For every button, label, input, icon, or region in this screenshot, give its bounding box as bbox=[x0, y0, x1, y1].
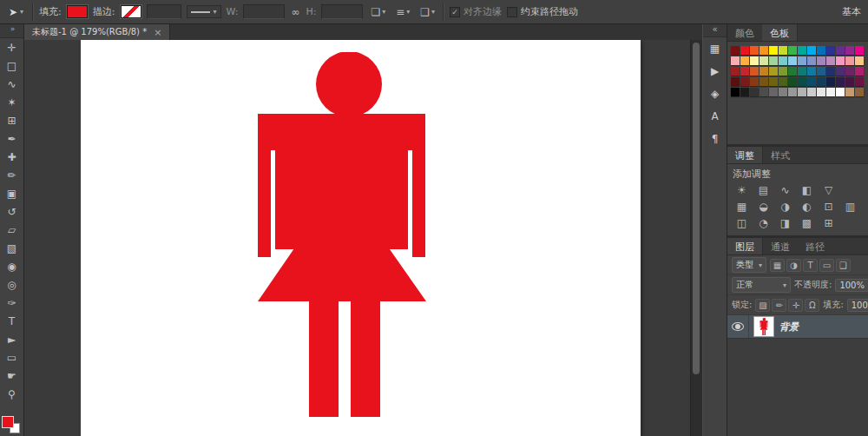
path-operations-button[interactable]: ❏ ▾ bbox=[368, 5, 388, 19]
brush-tool-icon[interactable]: ✏ bbox=[0, 166, 23, 184]
photo-filter-icon[interactable]: ◐ bbox=[800, 201, 813, 213]
width-input[interactable] bbox=[243, 4, 285, 19]
stroke-type-dropdown[interactable]: ▾ bbox=[187, 5, 221, 18]
history-brush-tool-icon[interactable]: ↺ bbox=[0, 202, 23, 221]
color-swatch[interactable] bbox=[731, 77, 740, 86]
height-input[interactable] bbox=[321, 4, 363, 19]
color-swatch[interactable] bbox=[731, 88, 740, 96]
color-swatch[interactable] bbox=[788, 88, 797, 96]
tab-styles[interactable]: 样式 bbox=[763, 147, 798, 163]
layer-thumbnail[interactable] bbox=[754, 317, 773, 336]
vibrance-icon[interactable]: ▽ bbox=[822, 184, 835, 196]
color-swatch[interactable] bbox=[740, 56, 749, 65]
canvas-viewport[interactable] bbox=[24, 40, 691, 436]
blend-mode-dropdown[interactable]: 正常 ▾ bbox=[732, 277, 791, 293]
path-selection-tool-icon[interactable]: ► bbox=[0, 330, 23, 348]
zoom-tool-icon[interactable]: ⚲ bbox=[0, 385, 23, 403]
crop-tool-icon[interactable]: ⊞ bbox=[0, 111, 23, 129]
color-swatch[interactable] bbox=[779, 46, 787, 55]
collapse-panels-button[interactable]: « bbox=[703, 24, 727, 37]
filter-pixel-layers-icon[interactable]: ▦ bbox=[770, 259, 785, 272]
color-swatch[interactable] bbox=[779, 67, 787, 76]
gradient-tool-icon[interactable]: ▧ bbox=[0, 239, 23, 257]
color-swatch[interactable] bbox=[750, 67, 759, 76]
color-balance-icon[interactable]: ◒ bbox=[757, 201, 770, 213]
scrollbar-thumb[interactable] bbox=[693, 43, 700, 374]
color-swatch[interactable] bbox=[807, 46, 816, 55]
color-swatch[interactable] bbox=[779, 88, 787, 96]
stroke-width-input[interactable] bbox=[147, 4, 181, 19]
gradient-map-icon[interactable]: ⊞ bbox=[822, 217, 835, 229]
close-tab-button[interactable]: × bbox=[154, 27, 161, 38]
foreground-color-swatch[interactable] bbox=[2, 416, 14, 428]
color-swatch[interactable] bbox=[731, 67, 740, 76]
channel-mixer-icon[interactable]: ⊡ bbox=[822, 201, 835, 213]
color-swatch[interactable] bbox=[788, 56, 797, 65]
color-swatch[interactable] bbox=[788, 67, 797, 76]
color-swatch[interactable] bbox=[760, 56, 768, 65]
color-swatch[interactable] bbox=[760, 67, 768, 76]
dodge-tool-icon[interactable]: ◎ bbox=[0, 275, 23, 294]
color-swatch[interactable] bbox=[769, 56, 778, 65]
shape-tool-icon[interactable]: ▭ bbox=[0, 348, 23, 367]
layer-fill-dropdown[interactable]: 100% ▾ bbox=[847, 299, 868, 312]
color-swatch[interactable] bbox=[760, 88, 768, 96]
color-swatch[interactable] bbox=[750, 88, 759, 96]
lock-all-icon[interactable]: Ω bbox=[805, 299, 819, 312]
color-swatch[interactable] bbox=[855, 77, 864, 86]
lock-transparency-icon[interactable]: ▨ bbox=[755, 299, 770, 312]
quick-selection-tool-icon[interactable]: ✶ bbox=[0, 93, 23, 111]
hue-saturation-icon[interactable]: ▦ bbox=[735, 201, 748, 213]
threshold-icon[interactable]: ◨ bbox=[779, 217, 792, 229]
color-swatch[interactable] bbox=[731, 56, 740, 65]
eraser-tool-icon[interactable]: ▱ bbox=[0, 221, 23, 239]
layer-filter-type-dropdown[interactable]: 类型 ▾ bbox=[732, 257, 766, 273]
healing-brush-tool-icon[interactable]: ✚ bbox=[0, 148, 23, 166]
color-swatch[interactable] bbox=[798, 67, 806, 76]
color-swatch[interactable] bbox=[826, 88, 835, 96]
color-swatch[interactable] bbox=[826, 67, 835, 76]
move-tool-icon[interactable]: ✛ bbox=[0, 38, 23, 56]
color-swatch[interactable] bbox=[740, 46, 749, 55]
color-swatch[interactable] bbox=[769, 67, 778, 76]
character-panel-icon[interactable]: A bbox=[703, 105, 727, 128]
document-tab[interactable]: 未标题-1 @ 179%(RGB/8) * × bbox=[24, 24, 170, 40]
color-swatch[interactable] bbox=[836, 77, 845, 86]
invert-icon[interactable]: ◫ bbox=[735, 217, 748, 229]
curves-icon[interactable]: ∿ bbox=[779, 184, 792, 196]
color-swatch[interactable] bbox=[750, 77, 759, 86]
tab-color[interactable]: 颜色 bbox=[727, 24, 762, 41]
color-swatch[interactable] bbox=[779, 56, 787, 65]
lasso-tool-icon[interactable]: ∿ bbox=[0, 75, 23, 93]
exposure-icon[interactable]: ◧ bbox=[800, 184, 813, 196]
color-swatch[interactable] bbox=[836, 88, 845, 96]
color-swatch[interactable] bbox=[788, 77, 797, 86]
color-swatch[interactable] bbox=[798, 77, 806, 86]
color-swatch[interactable] bbox=[760, 46, 768, 55]
lock-pixels-icon[interactable]: ✏ bbox=[772, 299, 786, 312]
type-tool-icon[interactable]: T bbox=[0, 312, 23, 330]
color-swatch[interactable] bbox=[826, 46, 835, 55]
color-swatch[interactable] bbox=[788, 46, 797, 55]
clone-stamp-tool-icon[interactable]: ▣ bbox=[0, 184, 23, 202]
color-swatch[interactable] bbox=[817, 88, 825, 96]
color-swatch[interactable] bbox=[845, 88, 854, 96]
marquee-tool-icon[interactable]: □ bbox=[0, 56, 23, 75]
black-white-icon[interactable]: ◑ bbox=[779, 201, 792, 213]
path-arrange-button[interactable]: ❑ ▾ bbox=[418, 5, 437, 19]
color-swatch[interactable] bbox=[807, 56, 816, 65]
levels-icon[interactable]: ▤ bbox=[757, 184, 770, 196]
color-swatch[interactable] bbox=[855, 56, 864, 65]
blur-tool-icon[interactable]: ◉ bbox=[0, 257, 23, 275]
styles-panel-icon[interactable]: ◈ bbox=[703, 83, 727, 105]
tab-layers[interactable]: 图层 bbox=[727, 238, 763, 254]
tab-swatches[interactable]: 色板 bbox=[762, 24, 798, 41]
color-swatch[interactable] bbox=[845, 56, 854, 65]
color-swatch[interactable] bbox=[731, 46, 740, 55]
current-tool-button[interactable]: ➤ ▾ bbox=[5, 5, 27, 19]
posterize-icon[interactable]: ◔ bbox=[757, 217, 770, 229]
color-swatch[interactable] bbox=[836, 67, 845, 76]
color-swatch[interactable] bbox=[855, 46, 864, 55]
color-swatch[interactable] bbox=[845, 67, 854, 76]
color-swatch[interactable] bbox=[817, 56, 825, 65]
